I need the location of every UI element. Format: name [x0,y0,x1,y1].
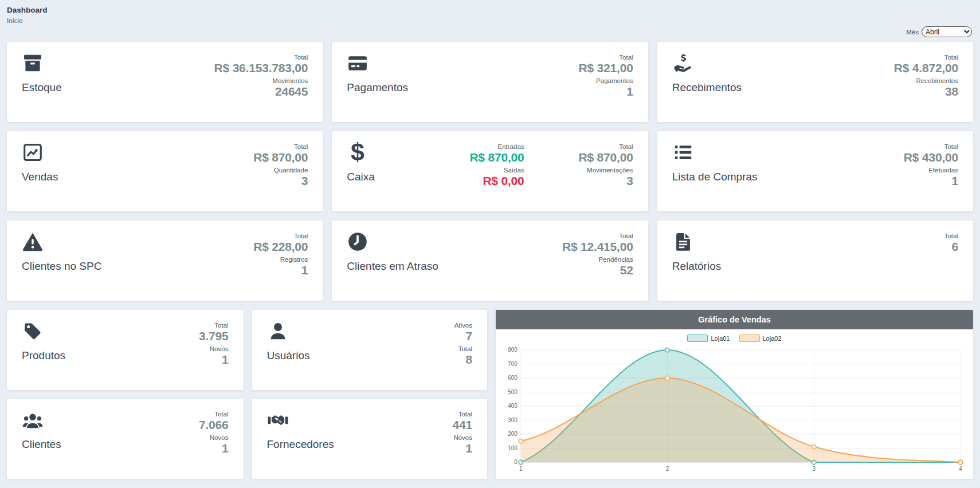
legend-item-loja01[interactable]: Loja01 [687,334,730,342]
card-estoque-left: Estoque [22,52,108,114]
chart-body: Loja01 Loja02 01002003004005006007008001… [496,329,973,479]
card-spc-stats: Total R$ 228,00 Registros 1 [253,231,308,293]
card-relatorios[interactable]: Relatórios Total 6 [657,221,973,301]
bottom-column-2: Usuários Ativos 7 Total 8 Forn [252,310,488,479]
summary-cards-row-2: Vendas Total R$ 870,00 Quantidade 3 $ Ca… [7,131,973,211]
svg-text:0: 0 [514,459,518,465]
svg-text:3: 3 [813,466,816,472]
stat-value: 1 [222,352,228,367]
month-filter-label: Mês [906,29,919,36]
stat-label: Total [214,322,228,329]
card-clientes-left: Clientes [22,409,108,471]
card-recebimentos-left: Recebimentos [672,52,758,114]
stat-label: Total [619,143,633,150]
sales-area-chart[interactable]: 01002003004005006007008001234 [501,343,967,475]
card-clientes-no-spc[interactable]: Clientes no SPC Total R$ 228,00 Registro… [7,221,323,301]
card-fornecedores-stats: Total 441 Novos 1 [453,409,472,471]
card-title: Clientes no SPC [22,260,108,273]
card-estoque[interactable]: Estoque Total R$ 36.153.783,00 Movimento… [7,42,323,122]
card-title: Fornecedores [267,438,353,451]
chart-line-icon [22,141,44,163]
hand-dollar-icon [672,52,694,74]
legend-swatch-loja01 [687,334,708,342]
summary-cards-row-1: Estoque Total R$ 36.153.783,00 Movimento… [7,42,973,122]
legend-item-loja02[interactable]: Loja02 [739,334,782,342]
card-pagamentos-stats: Total R$ 321,00 Pagamentos 1 [579,52,633,114]
stat-value: R$ 870,00 [253,150,308,165]
stat-value: 3 [626,174,633,188]
stat-label: Total [294,233,308,239]
file-icon [672,231,694,253]
stat-label: Movimentações [587,167,633,174]
stat-value: 8 [466,352,472,367]
stat-value: R$ 36.153.783,00 [214,61,308,76]
stat-value: 3 [301,174,308,188]
card-title: Pagamentos [347,81,433,94]
svg-text:$: $ [351,141,364,163]
card-clientes-stats: Total 7.066 Novos 1 [199,409,229,471]
card-title: Estoque [22,81,108,94]
page-title: Dashboard [7,6,973,14]
stat-value: 1 [222,441,228,456]
chart-title: Gráfico de Vendas [496,310,973,329]
bottom-section: Produtos Total 3.795 Novos 1 Clientes [7,310,973,479]
stat-label: Total [944,143,958,150]
card-fornecedores[interactable]: Fornecedores Total 441 Novos 1 [252,399,488,479]
stat-label: Registros [280,256,308,263]
card-vendas[interactable]: Vendas Total R$ 870,00 Quantidade 3 [7,131,323,211]
svg-text:700: 700 [508,361,518,367]
breadcrumb[interactable]: Início [7,17,973,24]
card-usuarios[interactable]: Usuários Ativos 7 Total 8 [252,310,488,390]
stat-value: R$ 12.415,00 [562,239,633,254]
svg-text:100: 100 [508,445,518,451]
stat-value: R$ 4.872,00 [894,61,958,76]
stat-value: 7.066 [199,418,229,432]
chart-legend: Loja01 Loja02 [501,332,967,343]
card-relatorios-stats: Total 6 [944,231,958,293]
stat-label: Total [214,411,228,418]
card-title: Caixa [347,171,433,183]
stat-value: 1 [626,84,633,99]
card-produtos-stats: Total 3.795 Novos 1 [199,320,229,382]
stat-value-saidas: R$ 0,00 [483,174,524,188]
archive-icon [22,52,44,74]
card-relatorios-left: Relatórios [672,231,758,293]
stat-value: 3.795 [199,329,229,344]
stat-label: Efetuadas [928,167,958,174]
svg-text:300: 300 [508,417,518,423]
card-recebimentos-stats: Total R$ 4.872,00 Recebimentos 38 [894,52,958,114]
card-lista-de-compras[interactable]: Lista de Compras Total R$ 430,00 Efetuad… [657,131,973,211]
stat-value: 52 [620,263,633,278]
svg-text:800: 800 [508,347,518,353]
stat-label: Total [458,411,472,418]
stat-value: 7 [466,329,472,344]
card-pagamentos[interactable]: Pagamentos Total R$ 321,00 Pagamentos 1 [332,42,648,122]
card-clientes[interactable]: Clientes Total 7.066 Novos 1 [7,399,244,479]
list-icon [672,141,694,163]
summary-cards-row-3: Clientes no SPC Total R$ 228,00 Registro… [7,221,973,301]
card-atraso-left: Clientes em Atraso [347,231,438,293]
stat-value: 441 [453,418,472,432]
card-caixa-stats: Entradas R$ 870,00 Saídas R$ 0,00 Total … [469,141,633,203]
stat-value: 1 [466,441,472,456]
card-produtos[interactable]: Produtos Total 3.795 Novos 1 [7,310,244,390]
card-title: Lista de Compras [672,171,758,183]
month-select[interactable]: Abril [922,26,972,37]
warning-icon [22,231,44,253]
card-title: Clientes [22,438,108,451]
stat-label: Total [944,233,958,239]
stat-label: Quantidade [274,167,308,174]
card-clientes-em-atraso[interactable]: Clientes em Atraso Total R$ 12.415,00 Pe… [332,221,648,301]
card-caixa[interactable]: $ Caixa Entradas R$ 870,00 Saídas R$ 0,0… [332,131,648,211]
caixa-flow-column: Entradas R$ 870,00 Saídas R$ 0,00 [469,141,524,203]
card-vendas-left: Vendas [22,141,108,203]
card-atraso-stats: Total R$ 12.415,00 Pendências 52 [562,231,633,293]
page-header: Dashboard Início [7,6,973,24]
legend-label: Loja02 [763,335,782,342]
stat-label: Total [619,54,633,61]
dollar-icon: $ [347,141,369,163]
svg-text:200: 200 [508,431,518,437]
svg-text:500: 500 [508,389,518,395]
card-recebimentos[interactable]: Recebimentos Total R$ 4.872,00 Recebimen… [657,42,973,122]
svg-text:2: 2 [666,466,669,472]
